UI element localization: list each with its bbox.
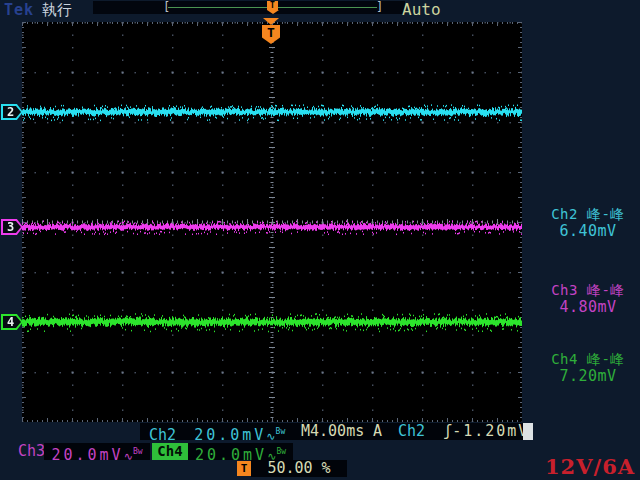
- oscilloscope-screen: Tek 執行 [ ] T Auto T 2 3 4 Ch2 峰-峰 6.40mV: [0, 0, 640, 480]
- ch2-scale-value: 20.0mV: [194, 426, 266, 444]
- ch2-coupling-icon: ∿: [266, 430, 275, 443]
- measurement-ch4-pkpk: Ch4 峰-峰 7.20mV: [536, 351, 640, 385]
- measurement-ch3-label: Ch3 峰-峰: [536, 282, 640, 299]
- record-view-bar: [ ] T: [93, 1, 405, 14]
- channel-4-marker: 4: [1, 314, 23, 330]
- measurement-ch2-label: Ch2 峰-峰: [536, 206, 640, 223]
- ch3-coupling-icon: ∿: [124, 450, 133, 463]
- acquire-readout: A: [373, 423, 382, 440]
- ch2-bandwidth-icon: Bw: [276, 427, 286, 436]
- trigger-readout: Ch2 ʃ-1.20mV: [398, 423, 529, 440]
- channel-2-marker: 2: [1, 104, 23, 120]
- ch2-scale-readout: Ch2 20.0mV∿Bw: [149, 423, 285, 445]
- trigger-source: Ch2: [398, 422, 425, 440]
- horizontal-position-value: 50.00 %: [251, 460, 347, 477]
- trigger-mode-label: Auto: [402, 0, 441, 19]
- brand-logo: Tek: [4, 1, 34, 19]
- acquisition-run-status: 執行: [42, 1, 72, 20]
- ch4-selected-highlight: Ch4: [152, 443, 188, 460]
- watermark-label: 12V/6A: [545, 454, 635, 479]
- horizontal-trigger-icon: T: [237, 461, 251, 476]
- horizontal-position-box: 50.00 %: [251, 460, 347, 477]
- ch3-scale-channel: Ch3: [18, 443, 45, 460]
- trigger-flag-arrow-icon: [267, 10, 279, 14]
- measurement-ch4-value: 7.20mV: [536, 368, 640, 385]
- ch3-scale-box: 20.0mV∿Bw: [44, 443, 150, 460]
- measurement-ch2-pkpk: Ch2 峰-峰 6.40mV: [536, 206, 640, 240]
- ch3-bandwidth-icon: Bw: [133, 447, 143, 456]
- measurement-ch3-value: 4.80mV: [536, 299, 640, 316]
- trigger-marker-letter: T: [262, 25, 280, 44]
- trigger-position-flag-icon: T: [266, 1, 279, 14]
- trigger-flag-letter: T: [267, 1, 278, 10]
- trigger-position-marker: T: [262, 18, 280, 44]
- ch3-scale-value: 20.0mV: [51, 446, 123, 464]
- trigger-slope-icon: ʃ: [443, 422, 452, 440]
- measurement-ch2-value: 6.40mV: [536, 223, 640, 240]
- trigger-level: -1.20mV: [452, 422, 529, 440]
- ch4-scale-box: 20.0mV∿Bw: [188, 443, 293, 460]
- timebase-readout: M4.00ms: [301, 423, 364, 440]
- ch2-scale-channel: Ch2: [149, 426, 176, 444]
- measurement-ch3-pkpk: Ch3 峰-峰 4.80mV: [536, 282, 640, 316]
- channel-3-marker: 3: [1, 219, 23, 235]
- waveform-canvas: [22, 22, 522, 422]
- waveform-display: T: [22, 22, 522, 422]
- readout-block-cursor: [523, 423, 533, 440]
- measurement-ch4-label: Ch4 峰-峰: [536, 351, 640, 368]
- ch4-bandwidth-icon: Bw: [276, 447, 286, 456]
- trigger-marker-arrow-icon: [263, 18, 279, 25]
- record-window-right-bracket: ]: [376, 1, 383, 14]
